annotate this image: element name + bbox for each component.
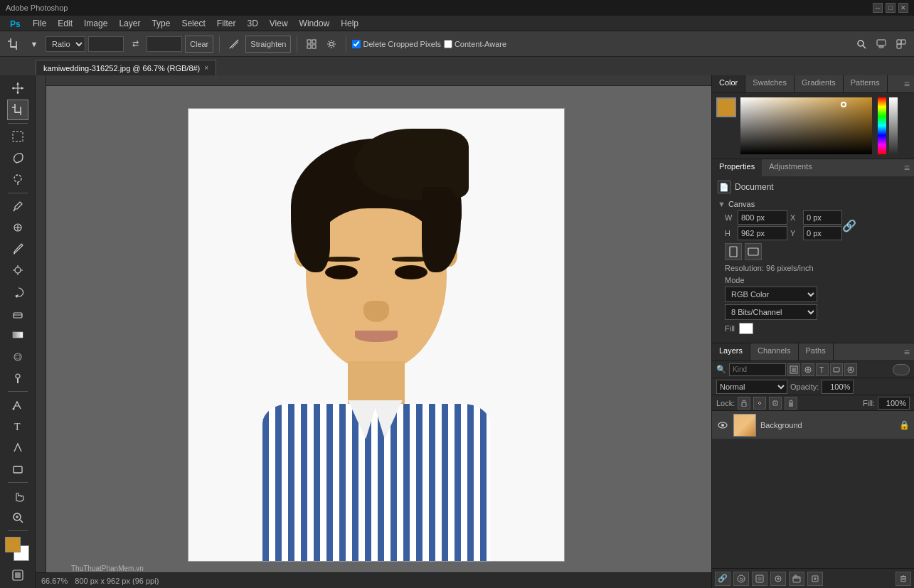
menu-help[interactable]: Help [335, 16, 364, 31]
swap-ratio-button[interactable]: ⇄ [127, 36, 144, 53]
lock-pixels-icon[interactable] [738, 397, 750, 410]
healing-tool[interactable] [7, 218, 28, 237]
crop-options-arrow[interactable]: ▼ [26, 36, 43, 53]
tab-swatches[interactable]: Swatches [745, 75, 795, 92]
shape-filter-icon[interactable] [830, 363, 843, 376]
move-tool[interactable] [7, 78, 28, 98]
fill-color-swatch[interactable] [739, 323, 753, 334]
new-group-button[interactable] [789, 572, 804, 586]
menu-layer[interactable]: Layer [113, 16, 146, 31]
brush-tool[interactable] [7, 239, 28, 259]
smart-filter-icon[interactable] [844, 363, 857, 376]
maximize-button[interactable]: □ [886, 3, 896, 13]
clone-stamp-tool[interactable] [7, 260, 28, 280]
straighten-button[interactable]: Straighten [245, 36, 291, 53]
lock-all-icon[interactable] [785, 397, 797, 410]
blend-mode-select[interactable]: Normal [716, 380, 787, 394]
menu-3d[interactable]: 3D [241, 16, 263, 31]
menu-filter[interactable]: Filter [211, 16, 242, 31]
hue-slider[interactable] [878, 97, 886, 154]
height-ratio-input[interactable] [147, 36, 182, 52]
canvas-area[interactable]: 66.67% 800 px x 962 px (96 ppi) ThuThuat… [36, 75, 711, 588]
lasso-tool[interactable] [7, 148, 28, 168]
close-button[interactable]: ✕ [898, 3, 908, 13]
dodge-tool[interactable] [7, 368, 28, 388]
menu-ps[interactable]: Ps [3, 16, 27, 31]
settings-icon[interactable] [323, 36, 340, 53]
menu-view[interactable]: View [264, 16, 294, 31]
menu-image[interactable]: Image [78, 16, 113, 31]
canvas-x-input[interactable] [803, 210, 842, 225]
menu-edit[interactable]: Edit [52, 16, 78, 31]
gradient-tool[interactable] [7, 325, 28, 345]
delete-cropped-checkbox[interactable] [352, 40, 361, 48]
delete-layer-button[interactable] [896, 572, 911, 586]
content-aware-checkbox[interactable] [444, 40, 452, 48]
eyedropper-tool[interactable] [7, 196, 28, 215]
ratio-select[interactable]: Ratio [46, 36, 85, 52]
menu-select[interactable]: Select [176, 16, 211, 31]
eraser-tool[interactable] [7, 304, 28, 324]
color-panel-menu-icon[interactable]: ≡ [900, 75, 914, 92]
link-layers-button[interactable]: 🔗 [715, 572, 730, 586]
canvas-section-toggle[interactable]: ▼ Canvas [718, 198, 908, 210]
link-dimensions-icon[interactable]: 🔗 [844, 211, 855, 240]
color-spectrum[interactable] [740, 97, 872, 154]
type-tool[interactable]: T [7, 417, 28, 437]
arrange-icon[interactable] [893, 36, 910, 53]
canvas-width-input[interactable] [738, 210, 787, 225]
clear-button[interactable]: Clear [185, 36, 213, 53]
new-layer-button[interactable] [807, 572, 823, 586]
search-icon[interactable] [853, 36, 870, 53]
straighten-tool-icon[interactable] [225, 36, 243, 53]
landscape-orientation-button[interactable] [745, 243, 762, 260]
color-mode-select[interactable]: RGB Color [725, 287, 817, 302]
tab-adjustments[interactable]: Adjustments [762, 159, 819, 176]
lock-artboard-icon[interactable] [769, 397, 782, 410]
grid-icon[interactable] [303, 36, 320, 53]
type-filter-icon[interactable]: T [816, 363, 829, 376]
shape-tool[interactable] [7, 459, 28, 479]
filter-toggle[interactable] [893, 364, 910, 375]
fill-input[interactable] [878, 397, 910, 410]
quick-select-tool[interactable] [7, 169, 28, 189]
hand-tool[interactable] [7, 486, 28, 506]
minimize-button[interactable]: ─ [873, 3, 883, 13]
foreground-color-swatch[interactable] [5, 537, 21, 552]
layers-kind-filter[interactable] [729, 363, 786, 376]
tab-patterns[interactable]: Patterns [844, 75, 888, 92]
menu-window[interactable]: Window [294, 16, 336, 31]
menu-type[interactable]: Type [146, 16, 176, 31]
tab-layers[interactable]: Layers [712, 343, 750, 360]
path-selection-tool[interactable] [7, 438, 28, 458]
blur-tool[interactable] [7, 347, 28, 367]
lock-position-icon[interactable] [753, 397, 766, 410]
pen-tool[interactable] [7, 395, 28, 415]
tab-properties[interactable]: Properties [712, 159, 762, 176]
workspace-icon[interactable] [873, 36, 890, 53]
history-brush-tool[interactable] [7, 282, 28, 302]
canvas-height-input[interactable] [738, 226, 787, 240]
layers-panel-menu-icon[interactable]: ≡ [900, 343, 914, 360]
bits-mode-select[interactable]: 8 Bits/Channel [725, 304, 817, 320]
opacity-input[interactable] [822, 380, 854, 394]
width-ratio-input[interactable] [88, 36, 124, 52]
pixel-filter-icon[interactable] [787, 363, 800, 376]
active-color-swatch[interactable] [716, 97, 736, 117]
new-adjustment-button[interactable] [770, 572, 786, 586]
tool-crop-icon[interactable] [4, 36, 23, 53]
layer-visibility-toggle[interactable] [716, 419, 729, 432]
alpha-slider[interactable] [889, 97, 898, 154]
zoom-tool[interactable] [7, 508, 28, 528]
canvas-y-input[interactable] [803, 226, 842, 240]
tab-channels[interactable]: Channels [750, 343, 798, 360]
document-tab[interactable]: kamiwedding-316252.jpg @ 66.7% (RGB/8#) … [36, 60, 216, 75]
list-item[interactable]: Background 🔒 [712, 411, 914, 439]
menu-file[interactable]: File [27, 16, 52, 31]
portrait-orientation-button[interactable] [725, 243, 742, 260]
tab-close-button[interactable]: × [204, 64, 208, 72]
properties-panel-menu-icon[interactable]: ≡ [900, 159, 914, 176]
layer-effects-button[interactable]: fx [733, 572, 749, 586]
quick-mask-button[interactable] [7, 565, 28, 585]
add-mask-button[interactable] [752, 572, 767, 586]
